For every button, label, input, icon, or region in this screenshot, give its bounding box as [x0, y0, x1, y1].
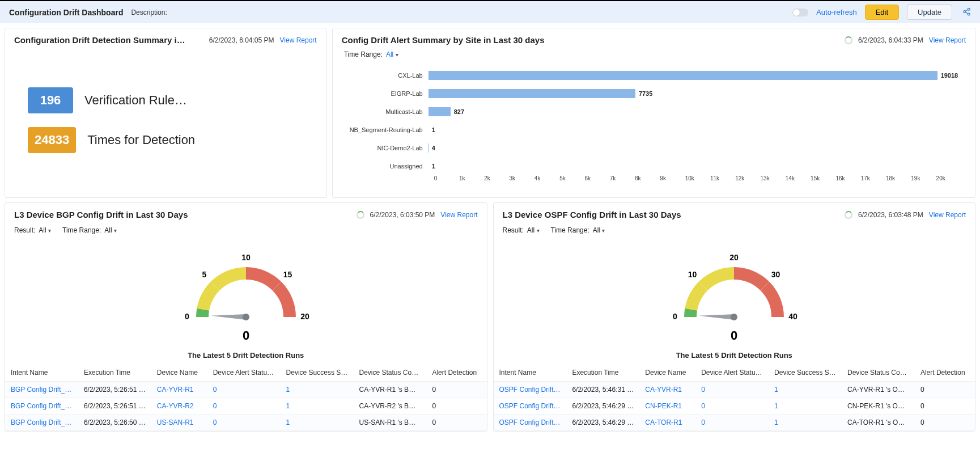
detection-label: Times for Detection: [87, 133, 195, 147]
bar-value: 1: [432, 163, 435, 170]
svg-text:10: 10: [241, 253, 251, 262]
bar-category-label: CXL-Lab: [341, 72, 429, 79]
summary-metric-rules: 196 Verification Rules ...: [28, 87, 303, 113]
bar-category-label: Multicast-Lab: [341, 108, 429, 115]
table-header[interactable]: Device Success Status: [769, 364, 842, 382]
time-range-label: Time Range:: [551, 226, 589, 234]
autorefresh-label: Auto-refresh: [816, 8, 857, 16]
table-header[interactable]: Alert Detection: [915, 364, 975, 382]
svg-text:20: 20: [300, 312, 309, 321]
bar-value: 7735: [639, 90, 652, 97]
table-row[interactable]: BGP Config Drift_U...6/2/2023, 5:26:50 P…: [5, 415, 487, 431]
result-select[interactable]: All ▾: [39, 226, 51, 234]
bar-category-label: NIC-Demo2-Lab: [341, 145, 429, 151]
table-header[interactable]: Device Status Code Su: [353, 364, 426, 382]
svg-point-1: [964, 10, 966, 12]
bar-category-label: Unassigned: [341, 163, 429, 170]
result-label: Result:: [503, 226, 524, 234]
table-row[interactable]: BGP Config Drift_C...6/2/2023, 5:26:51 P…: [5, 382, 487, 398]
description-label: Description:: [131, 9, 167, 16]
table-row[interactable]: BGP Config Drift_C...6/2/2023, 5:26:51 P…: [5, 398, 487, 415]
time-range-select[interactable]: All ▾: [386, 50, 398, 58]
bar[interactable]: [429, 107, 451, 116]
ospf-table-caption: The Latest 5 Drift Detection Runs: [494, 345, 975, 364]
result-label: Result:: [14, 226, 35, 234]
ospf-title: L3 Device OSPF Config Drift in Last 30 D…: [503, 210, 681, 219]
svg-point-0: [968, 8, 970, 10]
table-header[interactable]: Intent Name: [5, 364, 78, 382]
time-range-select[interactable]: All ▾: [593, 226, 605, 234]
bar[interactable]: [429, 89, 635, 98]
table-header[interactable]: Device Status Code Su: [842, 364, 915, 382]
bar-category-label: EIGRP-Lab: [341, 90, 429, 97]
svg-point-11: [243, 314, 249, 320]
loading-icon: [845, 36, 852, 44]
chevron-down-icon: ▾: [114, 227, 117, 234]
ospf-view-report-link[interactable]: View Report: [929, 211, 966, 219]
table-header[interactable]: Device Name: [639, 364, 695, 382]
ospf-gauge: 0102030400: [494, 238, 975, 345]
share-icon[interactable]: [962, 7, 971, 18]
table-header[interactable]: Execution Time: [78, 364, 151, 382]
table-header[interactable]: Intent Name: [494, 364, 567, 382]
svg-text:0: 0: [185, 312, 189, 321]
svg-text:0: 0: [243, 328, 249, 343]
svg-line-4: [965, 12, 968, 14]
svg-marker-18: [699, 314, 734, 320]
svg-text:5: 5: [202, 270, 206, 279]
bar[interactable]: [429, 71, 937, 80]
update-button[interactable]: Update: [907, 5, 952, 20]
svg-point-2: [968, 13, 970, 15]
bgp-view-report-link[interactable]: View Report: [440, 211, 477, 219]
chevron-down-icon: ▾: [48, 227, 51, 234]
svg-text:20: 20: [729, 253, 739, 262]
bar-value: 1: [432, 126, 435, 133]
table-header[interactable]: Device Success Status: [281, 364, 354, 382]
table-header[interactable]: Alert Detection: [426, 364, 486, 382]
bar-chart-panel: Config Drift Alert Summary by Site in La…: [332, 28, 975, 198]
summary-timestamp: 6/2/2023, 6:04:05 PM: [209, 36, 274, 44]
svg-text:40: 40: [788, 312, 797, 321]
autorefresh-toggle[interactable]: [792, 9, 808, 16]
bar-chart-view-report-link[interactable]: View Report: [929, 36, 966, 44]
summary-title: Configuration Drift Detection Summary in…: [14, 35, 190, 45]
loading-icon: [357, 211, 364, 219]
rules-label: Verification Rules ...: [84, 93, 192, 108]
table-header[interactable]: Device Alert Status Code: [207, 364, 281, 382]
ospf-table: Intent NameExecution TimeDevice NameDevi…: [494, 364, 975, 431]
svg-text:0: 0: [673, 312, 677, 321]
result-select[interactable]: All ▾: [527, 226, 540, 234]
page-title: Configuration Drift Dashboard: [9, 8, 123, 17]
svg-point-19: [731, 314, 737, 320]
summary-metric-detection: 24833 Times for Detection: [28, 127, 303, 153]
svg-line-3: [965, 10, 968, 11]
top-bar: Configuration Drift Dashboard Descriptio…: [0, 0, 980, 23]
table-row[interactable]: OSPF Config Drift_...6/2/2023, 5:46:29 P…: [494, 398, 975, 415]
time-range-label: Time Range:: [344, 50, 383, 58]
summary-view-report-link[interactable]: View Report: [280, 36, 317, 44]
bar-chart: CXL-Lab19018EIGRP-Lab7735Multicast-Lab82…: [333, 64, 975, 185]
table-header[interactable]: Device Alert Status Code: [695, 364, 769, 382]
bgp-table: Intent NameExecution TimeDevice NameDevi…: [5, 364, 487, 431]
chevron-down-icon: ▾: [396, 52, 398, 58]
table-row[interactable]: OSPF Config Drift_...6/2/2023, 5:46:31 P…: [494, 382, 975, 398]
svg-marker-10: [211, 314, 246, 320]
table-header[interactable]: Execution Time: [566, 364, 639, 382]
table-header[interactable]: Device Name: [151, 364, 207, 382]
edit-button[interactable]: Edit: [865, 5, 899, 20]
bar-chart-timestamp: 6/2/2023, 6:04:33 PM: [858, 36, 923, 44]
detection-count-badge: 24833: [28, 127, 76, 153]
time-range-select[interactable]: All ▾: [104, 226, 117, 234]
svg-text:10: 10: [688, 270, 697, 279]
bgp-title: L3 Device BGP Config Drift in Last 30 Da…: [14, 210, 188, 219]
ospf-timestamp: 6/2/2023, 6:03:48 PM: [858, 211, 923, 219]
bar-category-label: NB_Segment-Routing-Lab: [341, 126, 429, 133]
ospf-panel: L3 Device OSPF Config Drift in Last 30 D…: [493, 202, 976, 432]
summary-panel: Configuration Drift Detection Summary in…: [5, 28, 326, 198]
bar-value: 4: [432, 145, 435, 151]
bgp-panel: L3 Device BGP Config Drift in Last 30 Da…: [5, 202, 487, 432]
bgp-table-caption: The Latest 5 Drift Detection Runs: [5, 345, 487, 364]
loading-icon: [845, 211, 852, 219]
table-row[interactable]: OSPF Config Drift_...6/2/2023, 5:46:29 P…: [494, 415, 975, 431]
svg-text:0: 0: [731, 328, 737, 343]
